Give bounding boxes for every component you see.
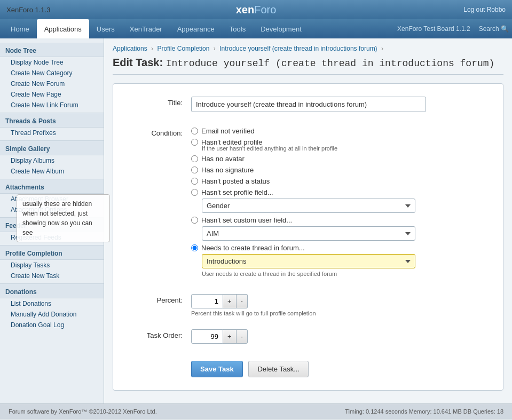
hasnt-edited-desc: If the user hasn't edited anything at al… <box>202 145 494 152</box>
label-hasnt-set-profile-field[interactable]: Hasn't set profile field... <box>201 188 273 196</box>
sidebar-item-thread-prefixes[interactable]: Thread Prefixes <box>0 128 104 138</box>
label-hasnt-posted-status[interactable]: Hasn't posted a status <box>201 177 270 185</box>
navbar: Home Applications Users XenTrader Appear… <box>0 19 512 38</box>
sidebar-item-create-new-album[interactable]: Create New Album <box>0 166 104 177</box>
action-buttons-row: Save Task Delete Task... <box>122 356 494 382</box>
sidebar-section-threads-posts: Threads & Posts <box>0 113 104 128</box>
breadcrumb-task[interactable]: Introduce yourself (create thread in int… <box>219 45 377 52</box>
nav-development[interactable]: Development <box>253 19 309 38</box>
sidebar-section-donations: Donations <box>0 283 104 298</box>
breadcrumb-profile-completion[interactable]: Profile Completion <box>157 45 209 52</box>
percent-desc: Percent this task will go to full profil… <box>191 310 494 316</box>
edit-task-form: Title: Condition: <box>113 83 503 391</box>
radio-needs-to-create-thread[interactable] <box>191 244 198 251</box>
breadcrumb: Applications › Profile Completion › Intr… <box>113 45 503 52</box>
condition-hasnt-set-custom-user-field-wrap: Hasn't set custom user field... AIM ICQ … <box>191 216 494 241</box>
task-order-label: Task Order: <box>122 325 191 348</box>
sidebar-item-list-donations[interactable]: List Donations <box>0 298 104 309</box>
nav-appearance[interactable]: Appearance <box>170 19 222 38</box>
task-order-increment-button[interactable]: + <box>223 329 237 344</box>
percent-increment-button[interactable]: + <box>223 294 237 308</box>
forum-dropdown[interactable]: Introductions General Discussion Off Top… <box>202 254 415 268</box>
footer: Forum software by XenForo™ ©2010-2012 Xe… <box>0 403 512 419</box>
radio-hasnt-set-custom-user-field[interactable] <box>191 217 198 224</box>
save-task-button[interactable]: Save Task <box>191 361 243 377</box>
condition-has-no-avatar: Has no avatar <box>191 155 494 163</box>
sidebar-item-manually-add-donation[interactable]: Manually Add Donation <box>0 309 104 320</box>
custom-user-field-dropdown[interactable]: AIM ICQ MSN Yahoo Skype <box>202 226 415 241</box>
percent-field: + - Percent this task will go to full pr… <box>191 290 494 321</box>
profile-field-dropdown[interactable]: Gender Location Occupation Age <box>202 199 415 213</box>
radio-has-no-avatar[interactable] <box>191 155 198 162</box>
sidebar-item-create-new-category[interactable]: Create New Category <box>0 68 104 78</box>
delete-task-button[interactable]: Delete Task... <box>248 361 309 377</box>
percent-row: Percent: + - Percent this task will go t… <box>122 290 494 321</box>
title-label: Title: <box>122 92 191 116</box>
topbar: XenForo 1.1.3 xenForo Log out Robbo <box>0 0 512 19</box>
sidebar-item-display-tasks[interactable]: Display Tasks <box>0 260 104 271</box>
spacer-row-4 <box>122 348 494 356</box>
condition-hasnt-set-profile-field-wrap: Hasn't set profile field... Gender Locat… <box>191 188 494 213</box>
nav-tools[interactable]: Tools <box>222 19 253 38</box>
nav-users[interactable]: Users <box>89 19 122 38</box>
radio-hasnt-set-profile-field[interactable] <box>191 189 198 196</box>
task-order-decrement-button[interactable]: - <box>237 329 248 344</box>
radio-has-no-signature[interactable] <box>191 167 198 173</box>
sidebar-item-create-new-forum[interactable]: Create New Forum <box>0 78 104 89</box>
nav-right: XenForo Test Board 1.1.2 Search 🔍 <box>397 19 509 38</box>
radio-hasnt-edited-profile[interactable] <box>191 139 198 146</box>
condition-hasnt-posted-status: Hasn't posted a status <box>191 177 494 185</box>
percent-decrement-button[interactable]: - <box>237 294 248 308</box>
sidebar-item-attachment-browser[interactable]: Attachment Browser <box>0 194 104 204</box>
condition-needs-to-create-thread-wrap: Needs to create thread in forum... Intro… <box>191 244 494 277</box>
sidebar-section-profile-completion: Profile Completion <box>0 245 104 260</box>
percent-input[interactable] <box>191 294 223 308</box>
condition-field: Email not verified Hasn't edited profile… <box>191 123 494 281</box>
search-button[interactable]: Search 🔍 <box>479 25 509 33</box>
label-needs-to-create-thread[interactable]: Needs to create thread in forum... <box>201 244 305 252</box>
sidebar-item-donation-goal-log[interactable]: Donation Goal Log <box>0 320 104 330</box>
condition-row: Condition: Email not verified <box>122 123 494 281</box>
action-buttons: Save Task Delete Task... <box>191 356 494 382</box>
percent-label: Percent: <box>122 290 191 321</box>
title-input[interactable] <box>191 97 426 112</box>
nav-home[interactable]: Home <box>3 19 37 38</box>
sidebar-item-display-node-tree[interactable]: Display Node Tree <box>0 57 104 68</box>
sidebar-item-registered-feeds[interactable]: Registered Feeds <box>0 232 104 243</box>
content-area: Applications › Profile Completion › Intr… <box>104 38 512 403</box>
sidebar-section-attachments: Attachments <box>0 179 104 194</box>
logout-button[interactable]: Log out Robbo <box>463 6 506 13</box>
label-has-no-signature[interactable]: Has no signature <box>201 166 254 174</box>
radio-hasnt-posted-status[interactable] <box>191 178 198 185</box>
sidebar-item-create-new-link-forum[interactable]: Create New Link Forum <box>0 100 104 110</box>
sidebar-section-node-tree: Node Tree <box>0 43 104 57</box>
breadcrumb-applications[interactable]: Applications <box>113 45 147 52</box>
task-order-input[interactable] <box>191 329 223 344</box>
footer-right: Timing: 0.1244 seconds Memory: 10.641 MB… <box>345 408 503 415</box>
forum-desc: User needs to create a thread in the spe… <box>202 271 494 277</box>
board-name: XenForo Test Board 1.1.2 <box>397 25 470 33</box>
sidebar-item-attachment-options[interactable]: Attachment Options <box>0 204 104 215</box>
condition-email-not-verified: Email not verified <box>191 127 494 135</box>
brand-logo: xenForo <box>236 4 277 16</box>
nav-xentrader[interactable]: XenTrader <box>122 19 170 38</box>
title-field <box>191 92 494 116</box>
condition-label: Condition: <box>122 123 191 281</box>
spacer-row-3 <box>122 321 494 325</box>
percent-number-field: + - <box>191 294 494 308</box>
condition-hasnt-set-custom-user-field: Hasn't set custom user field... <box>191 216 494 224</box>
sidebar-item-create-new-page[interactable]: Create New Page <box>0 89 104 100</box>
radio-email-not-verified[interactable] <box>191 128 198 134</box>
label-hasnt-set-custom-user-field[interactable]: Hasn't set custom user field... <box>201 216 292 224</box>
label-email-not-verified[interactable]: Email not verified <box>201 127 255 135</box>
sidebar-item-create-new-task[interactable]: Create New Task <box>0 271 104 281</box>
page-title: Edit Task: Introduce yourself (create th… <box>113 57 503 75</box>
nav-applications[interactable]: Applications <box>37 19 89 38</box>
sidebar-item-display-albums[interactable]: Display Albums <box>0 155 104 166</box>
task-order-field: + - <box>191 325 494 348</box>
task-order-number-field: + - <box>191 329 494 344</box>
sidebar-section-feeder: Feeder <box>0 217 104 232</box>
condition-hasnt-set-profile-field: Hasn't set profile field... <box>191 188 494 196</box>
label-has-no-avatar[interactable]: Has no avatar <box>201 155 245 163</box>
condition-needs-to-create-thread: Needs to create thread in forum... <box>191 244 494 252</box>
